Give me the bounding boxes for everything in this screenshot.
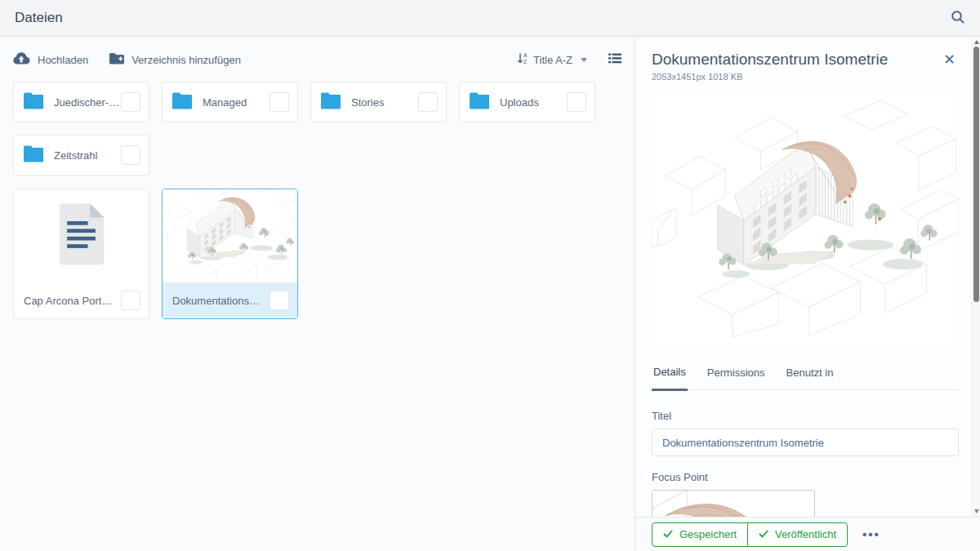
detail-panel: Dokumentationszentrum Isometrie ✕ 2053x1…	[635, 37, 980, 551]
file-preview	[14, 189, 149, 282]
tile-checkbox[interactable]	[418, 92, 438, 112]
panel-title: Dokumentationszentrum Isometrie	[652, 50, 888, 69]
folder-tile-managed[interactable]: Managed	[162, 82, 298, 122]
sort-dropdown[interactable]: AZ Title A-Z	[517, 52, 587, 67]
list-view-button[interactable]	[608, 53, 621, 66]
file-card-footer: Dokumentationszent…	[163, 282, 297, 318]
folder-icon	[24, 92, 45, 113]
saved-label: Gespeichert	[679, 528, 737, 540]
check-icon	[759, 528, 768, 540]
tile-checkbox[interactable]	[270, 92, 289, 112]
folder-plus-icon	[109, 52, 124, 67]
document-icon	[56, 202, 107, 270]
folder-grid: Juedischer-Fri… Managed Stories Uploads	[13, 82, 621, 176]
scrollbar-thumb[interactable]	[973, 47, 979, 302]
sort-az-icon: AZ	[517, 52, 528, 67]
svg-text:A: A	[523, 52, 528, 58]
cloud-upload-icon	[13, 52, 30, 67]
tab-permissions[interactable]: Permissions	[706, 362, 767, 389]
panel-tabs: Details Permissions Benutzt in	[652, 362, 959, 390]
folder-label: Uploads	[500, 96, 567, 109]
title-input[interactable]	[652, 429, 959, 456]
add-directory-button[interactable]: Verzeichnis hinzufügen	[109, 52, 241, 67]
scroll-up-icon[interactable]	[974, 40, 979, 44]
file-card-dokumentationszentrum[interactable]: Dokumentationszent…	[162, 189, 298, 319]
folder-icon	[470, 92, 491, 113]
top-bar: Dateien	[0, 0, 980, 37]
image-meta: 2053x1451px 1018 KB	[652, 72, 959, 82]
folder-tile-juedischer[interactable]: Juedischer-Fri…	[13, 82, 149, 122]
focus-point-picker[interactable]: +	[652, 490, 815, 517]
search-button[interactable]	[951, 10, 965, 27]
check-icon	[663, 528, 673, 540]
folder-label: Juedischer-Fri…	[54, 96, 121, 109]
tile-checkbox[interactable]	[121, 145, 140, 165]
more-options-button[interactable]: •••	[862, 527, 880, 541]
tile-checkbox[interactable]	[567, 92, 586, 112]
tile-checkbox[interactable]	[270, 291, 289, 310]
page-title: Dateien	[15, 10, 63, 26]
published-button[interactable]: Veröffentlicht	[747, 522, 848, 547]
browser-toolbar: Hochladen Verzeichnis hinzufügen AZ Titl…	[13, 47, 621, 72]
svg-text:Z: Z	[523, 59, 527, 64]
tab-benutzt-in[interactable]: Benutzt in	[785, 362, 835, 389]
file-browser: Hochladen Verzeichnis hinzufügen AZ Titl…	[0, 37, 635, 551]
folder-icon	[321, 92, 342, 113]
folder-tile-stories[interactable]: Stories	[310, 82, 447, 122]
close-panel-button[interactable]: ✕	[940, 50, 959, 69]
focus-point-label: Focus Point	[652, 471, 959, 483]
tab-details[interactable]: Details	[652, 362, 688, 391]
upload-label: Hochladen	[38, 54, 88, 66]
file-card-footer: Cap Arcona Portal L…	[14, 282, 149, 318]
folder-icon	[24, 145, 45, 166]
saved-button[interactable]: Gespeichert	[652, 522, 748, 547]
sort-label: Title A-Z	[533, 54, 572, 66]
folder-tile-zeitstrahl[interactable]: Zeitstrahl	[13, 135, 149, 176]
file-label: Cap Arcona Portal L…	[24, 295, 114, 307]
scroll-down-icon[interactable]	[974, 509, 979, 513]
add-directory-label: Verzeichnis hinzufügen	[131, 54, 241, 66]
folder-label: Stories	[351, 96, 418, 109]
upload-button[interactable]: Hochladen	[13, 52, 88, 67]
published-label: Veröffentlicht	[775, 528, 836, 540]
file-card-cap-arcona[interactable]: Cap Arcona Portal L…	[13, 189, 149, 319]
title-field-label: Titel	[652, 410, 959, 422]
folder-label: Zeitstrahl	[54, 149, 121, 162]
tile-checkbox[interactable]	[121, 291, 140, 310]
search-icon	[951, 10, 965, 27]
image-preview	[652, 91, 959, 349]
folder-icon	[172, 92, 194, 113]
panel-footer: Gespeichert Veröffentlicht •••	[635, 517, 980, 551]
detail-panel-content: Dokumentationszentrum Isometrie ✕ 2053x1…	[635, 37, 972, 517]
folder-tile-uploads[interactable]: Uploads	[459, 82, 595, 122]
tile-checkbox[interactable]	[121, 92, 140, 112]
folder-label: Managed	[203, 96, 270, 109]
list-view-icon	[608, 53, 621, 66]
file-thumbnail	[163, 189, 297, 282]
file-label: Dokumentationszent…	[172, 295, 263, 307]
file-grid: Cap Arcona Portal L… Dokumentationszent…	[13, 189, 621, 319]
panel-scrollbar[interactable]	[972, 37, 980, 517]
chevron-down-icon	[581, 58, 587, 62]
close-icon: ✕	[943, 51, 956, 68]
